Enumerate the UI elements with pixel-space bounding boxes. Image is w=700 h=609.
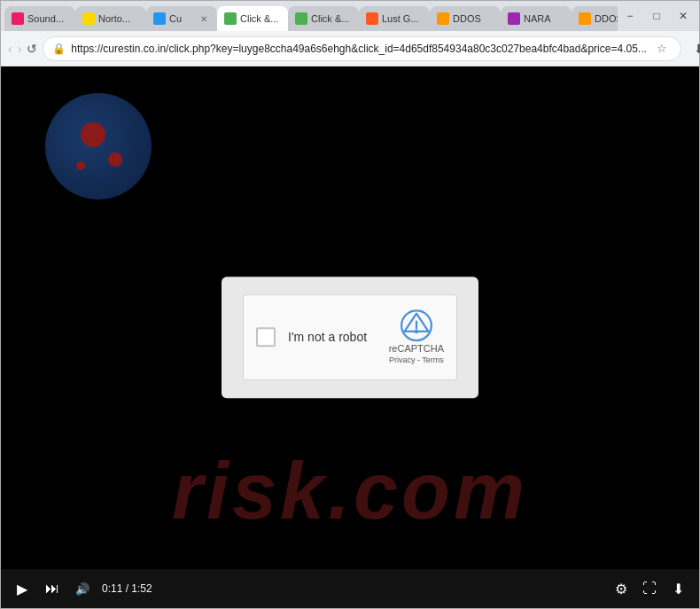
tab-favicon-norton1 [82,12,95,25]
tab-favicon-click2 [295,12,307,25]
watermark-text: risk.com [172,446,528,537]
recaptcha-brand-text: reCAPTCHA [389,343,444,354]
address-bar[interactable]: 🔒 https://curestin.co.in/click.php?key=l… [43,36,681,61]
recaptcha-label: I'm not a robot [288,331,367,345]
recaptcha-checkbox[interactable] [256,328,276,347]
tab-favicon-ddos2 [579,12,591,25]
tab-favicon-cursor [153,12,166,25]
tab-label-norton1: Norto... [98,13,130,24]
tab-norton1[interactable]: Norto... [75,6,146,31]
tab-sound[interactable]: Sound... [4,6,75,31]
tab-ddos1[interactable]: DDOS [430,6,501,31]
maximize-button[interactable]: □ [644,4,669,28]
tab-label-lust: Lust G... [382,13,419,24]
fullscreen-icon: ⛶ [642,581,657,597]
recaptcha-left: I'm not a robot [256,328,367,347]
tab-cursor[interactable]: Cu ✕ [146,6,217,31]
tab-label-sound: Sound... [27,13,64,24]
refresh-button[interactable]: ↺ [27,36,37,61]
logo-dot-medium [108,152,122,167]
recaptcha-right: reCAPTCHA Privacy - Terms [389,309,444,366]
tab-favicon-click1 [224,12,237,25]
logo-dot-big [81,122,105,147]
tab-favicon-sound [12,12,24,25]
close-button[interactable]: ✕ [671,4,696,28]
download-icon: ⬇ [694,42,700,56]
tab-close-cursor[interactable]: ✕ [198,12,210,25]
tab-label-cursor: Cu [169,13,182,24]
address-actions: ☆ [652,39,672,59]
next-button[interactable]: ⏭ [42,578,63,599]
download-button[interactable]: ⬇ [687,36,700,61]
play-icon: ▶ [17,581,27,597]
window-controls: − □ ✕ [618,4,696,28]
svg-point-1 [415,329,419,333]
logo-dots [67,115,129,177]
back-button[interactable]: ‹ [8,36,12,61]
tab-favicon-nara [508,12,520,25]
recaptcha-box: I'm not a robot reCAPTCHA Privacy - Term… [243,294,457,381]
lock-icon: 🔒 [52,43,66,55]
recaptcha-logo-icon [401,309,432,341]
tab-ddos2[interactable]: DDOS [572,6,618,31]
forward-button[interactable]: › [18,36,22,61]
tabs-container: Sound... Norto... Cu ✕ Click &... Cl [4,1,618,31]
bookmark-button[interactable]: ☆ [652,39,672,59]
tab-nara[interactable]: NARA [501,6,572,31]
browser-window: Sound... Norto... Cu ✕ Click &... Cl [0,0,700,609]
tab-label-ddos1: DDOS [453,13,481,24]
time-display: 0:11 / 1:52 [102,582,152,595]
tab-lust[interactable]: Lust G... [359,6,430,31]
recaptcha-overlay: I'm not a robot reCAPTCHA Privacy - Term… [222,277,478,399]
page-content: risk.com I'm not a robot [1,66,699,608]
tab-label-click1: Click &... [240,13,278,24]
settings-icon: ⚙ [615,581,627,597]
volume-button[interactable]: 🔊 [72,578,93,599]
next-icon: ⏭ [45,581,59,597]
forward-icon: › [18,42,22,56]
tab-click2[interactable]: Click &... [288,6,359,31]
tab-label-nara: NARA [524,13,551,24]
settings-button[interactable]: ⚙ [611,578,632,599]
tab-click1[interactable]: Click &... [217,6,288,31]
right-video-controls: ⚙ ⛶ ⬇ [611,578,688,599]
video-download-button[interactable]: ⬇ [667,578,688,599]
tab-label-click2: Click &... [311,13,349,24]
volume-icon: 🔊 [75,582,89,596]
recaptcha-privacy-text: Privacy - Terms [389,355,444,366]
tab-label-ddos2: DDOS [595,13,618,24]
fullscreen-button[interactable]: ⛶ [639,578,660,599]
recaptcha-dialog: I'm not a robot reCAPTCHA Privacy - Term… [222,277,478,399]
play-button[interactable]: ▶ [12,578,33,599]
video-download-icon: ⬇ [673,581,684,597]
navigation-bar: ‹ › ↺ 🔒 https://curestin.co.in/click.php… [1,31,699,66]
back-icon: ‹ [8,42,12,56]
video-controls-bar: ▶ ⏭ 🔊 0:11 / 1:52 ⚙ ⛶ ⬇ [1,569,699,608]
refresh-icon: ↺ [27,42,37,56]
logo-dot-small [76,161,85,170]
site-logo [45,93,152,199]
tab-favicon-lust [366,12,378,25]
minimize-button[interactable]: − [618,4,642,28]
nav-right-buttons: ⬇ 👤 ⋮ [687,36,700,61]
tab-favicon-ddos1 [437,12,449,25]
title-bar: Sound... Norto... Cu ✕ Click &... Cl [1,1,699,31]
url-text: https://curestin.co.in/click.php?key=luy… [71,43,646,55]
